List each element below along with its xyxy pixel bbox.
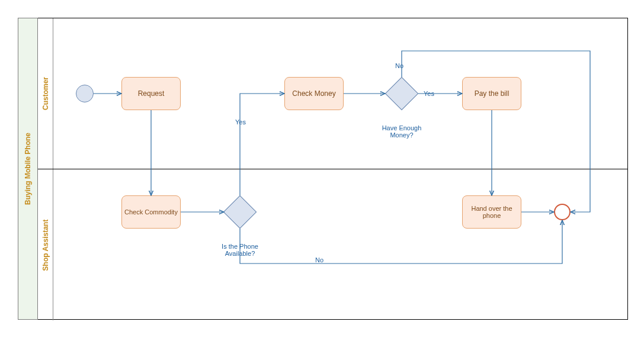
task-hand-over-label: Hand over the phone	[465, 205, 518, 219]
pool-lanes: Customer Shop Assistant	[38, 18, 628, 320]
edge-label-no-phone: No	[314, 256, 325, 264]
lane-assistant-title-bar: Shop Assistant	[38, 169, 53, 320]
bpmn-pool: Buying Mobile Phone Customer Shop Assist…	[18, 18, 628, 320]
lane-assistant-title: Shop Assistant	[41, 219, 50, 271]
task-request-label: Request	[138, 89, 165, 98]
gateway-phone-available-label: Is the Phone Available?	[210, 243, 270, 257]
end-event	[554, 204, 571, 220]
task-check-commodity-label: Check Commodity	[124, 208, 178, 216]
edge-label-yes-phone: Yes	[234, 118, 247, 126]
edge-label-yes-money: Yes	[422, 90, 435, 97]
lane-customer-title-bar: Customer	[38, 18, 53, 169]
pool-title-bar: Buying Mobile Phone	[18, 18, 38, 320]
task-check-money-label: Check Money	[292, 89, 335, 98]
task-hand-over: Hand over the phone	[462, 195, 521, 229]
task-check-money: Check Money	[284, 77, 344, 110]
task-pay-bill-label: Pay the bill	[475, 89, 510, 98]
lane-assistant: Shop Assistant	[38, 169, 627, 320]
start-event	[76, 85, 94, 102]
gateway-enough-money-label: Have Enough Money?	[372, 124, 431, 139]
edge-label-no-money: No	[394, 62, 405, 69]
task-pay-bill: Pay the bill	[462, 77, 521, 110]
task-request: Request	[121, 77, 181, 110]
pool-title: Buying Mobile Phone	[24, 133, 32, 205]
task-check-commodity: Check Commodity	[121, 195, 181, 229]
lane-customer-title: Customer	[41, 77, 50, 110]
